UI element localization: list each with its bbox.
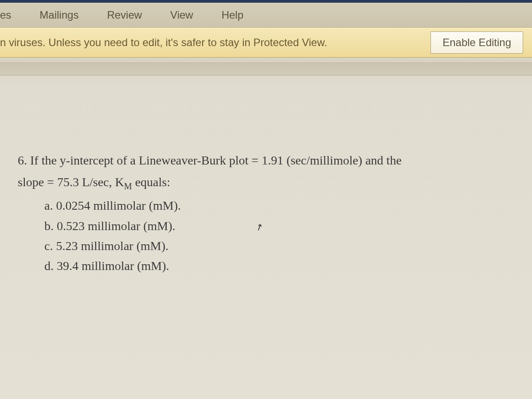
answer-option-d: d. 39.4 millimolar (mM). [18,256,514,275]
tab-mailings[interactable]: Mailings [25,3,93,27]
answer-option-b-row: b. 0.523 millimolar (mM). ↗ [18,216,514,235]
ribbon-tab-bar: es Mailings Review View Help [0,3,532,27]
stem-suffix: equals: [132,175,170,189]
protected-view-message: n viruses. Unless you need to edit, it's… [0,36,430,49]
tab-review[interactable]: Review [93,3,156,27]
stem-prefix: slope = 75.3 L/sec, K [18,175,124,189]
tab-references-partial[interactable]: es [0,3,25,27]
answer-option-a: a. 0.0254 millimolar (mM). [18,196,514,215]
ruler[interactable] [0,62,532,75]
protected-view-bar: n viruses. Unless you need to edit, it's… [0,27,532,58]
answer-option-b: b. 0.523 millimolar (mM). [44,216,176,235]
enable-editing-button[interactable]: Enable Editing [430,31,523,54]
cursor-icon: ↗ [253,219,266,235]
tab-view[interactable]: View [156,3,207,27]
document-content: 6. If the y-intercept of a Lineweaver-Bu… [0,84,532,276]
tab-help[interactable]: Help [207,3,258,27]
stem-subscript: M [124,181,132,191]
answer-option-c: c. 5.23 millimolar (mM). [18,236,514,255]
question-stem-line1: 6. If the y-intercept of a Lineweaver-Bu… [18,151,514,170]
question-stem-line2: slope = 75.3 L/sec, KM equals: [18,172,514,193]
document-area: 6. If the y-intercept of a Lineweaver-Bu… [0,58,532,399]
